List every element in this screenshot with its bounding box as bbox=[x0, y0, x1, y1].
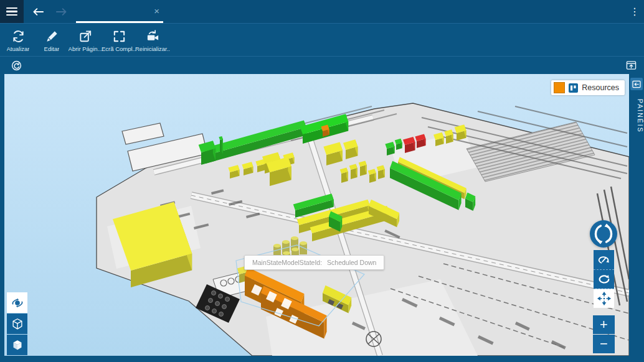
zoom-in-button[interactable]: + bbox=[593, 315, 615, 334]
back-arrow-icon bbox=[32, 7, 44, 17]
legend-color-swatch bbox=[554, 82, 565, 93]
fullscreen-button[interactable]: Ecrã Compl... bbox=[102, 24, 136, 56]
tooltip-label: MainStateModelStateId: bbox=[252, 259, 322, 266]
view-tools-column bbox=[594, 250, 614, 308]
edit-button[interactable]: Editar bbox=[35, 24, 69, 56]
resources-icon bbox=[569, 83, 578, 93]
bottom-frame bbox=[0, 356, 644, 362]
wireframe-cube-icon bbox=[11, 317, 24, 331]
forward-button[interactable] bbox=[52, 0, 71, 23]
open-page-icon bbox=[78, 29, 93, 44]
rotate-loop-button[interactable] bbox=[594, 269, 614, 289]
hamburger-menu-button[interactable] bbox=[0, 0, 24, 23]
compass-reset-button[interactable] bbox=[7, 60, 26, 72]
reset-camera-icon bbox=[146, 29, 160, 44]
reset-camera-button[interactable]: Reinicializar... bbox=[136, 24, 169, 56]
panels-strip: PAINÉIS bbox=[629, 74, 644, 356]
legend-resources[interactable]: Resources bbox=[551, 80, 625, 95]
orbit-rotate-button[interactable] bbox=[590, 220, 617, 248]
panel-collapse-button[interactable] bbox=[630, 78, 643, 90]
panel-expand-icon bbox=[626, 60, 637, 70]
refresh-button[interactable]: Atualizar bbox=[1, 24, 35, 56]
orbit-globe-icon bbox=[11, 296, 24, 310]
top-bar: × ⋮ bbox=[0, 0, 644, 24]
legend-label: Resources bbox=[582, 83, 619, 92]
zoom-controls: + − bbox=[593, 315, 615, 353]
pan-button[interactable] bbox=[594, 289, 614, 308]
application-window: × ⋮ Atualizar Editar Abr bbox=[0, 0, 644, 362]
refresh-label: Atualizar bbox=[7, 45, 30, 52]
edit-label: Editar bbox=[44, 45, 60, 52]
fullscreen-icon bbox=[112, 29, 126, 44]
tab-close-icon[interactable]: × bbox=[154, 6, 159, 16]
refresh-icon bbox=[11, 29, 26, 44]
panel-collapse-icon bbox=[632, 80, 641, 88]
solid-cube-button[interactable] bbox=[7, 335, 27, 355]
rotate-loop-icon bbox=[597, 272, 611, 286]
zoom-out-button[interactable]: − bbox=[593, 335, 615, 353]
kebab-menu-button[interactable]: ⋮ bbox=[625, 0, 644, 23]
state-tooltip: MainStateModelStateId: Scheduled Down bbox=[244, 255, 384, 270]
forward-arrow-icon bbox=[56, 7, 67, 17]
view-mode-column bbox=[7, 292, 27, 355]
orbit-globe-button[interactable] bbox=[7, 292, 27, 313]
solid-cube-icon bbox=[11, 338, 24, 352]
fullscreen-label: Ecrã Compl... bbox=[102, 45, 136, 52]
compass-reset-icon bbox=[11, 60, 22, 71]
open-page-label: Abrir Págin... bbox=[69, 45, 103, 52]
factory-3d-scene[interactable] bbox=[4, 74, 629, 356]
secondary-toolbar bbox=[0, 57, 644, 74]
pencil-icon bbox=[45, 29, 59, 44]
back-button[interactable] bbox=[29, 0, 47, 23]
rotate-tilt-icon bbox=[597, 253, 611, 267]
panel-expand-button[interactable] bbox=[622, 60, 640, 71]
command-toolbar: Atualizar Editar Abrir Págin... Ecrã Com… bbox=[0, 24, 644, 57]
page-tab[interactable]: × bbox=[76, 0, 163, 23]
open-page-button[interactable]: Abrir Págin... bbox=[69, 24, 102, 56]
rotate-tilt-button[interactable] bbox=[594, 250, 614, 269]
wireframe-cube-button[interactable] bbox=[7, 313, 27, 334]
pan-icon bbox=[597, 292, 611, 305]
reset-camera-label: Reinicializar... bbox=[135, 45, 170, 52]
3d-viewport[interactable]: Resources MainStateModelStateId: Schedul… bbox=[4, 74, 629, 356]
tooltip-value: Scheduled Down bbox=[327, 259, 376, 266]
orbit-icon bbox=[590, 220, 617, 248]
panels-tab[interactable]: PAINÉIS bbox=[629, 99, 644, 133]
